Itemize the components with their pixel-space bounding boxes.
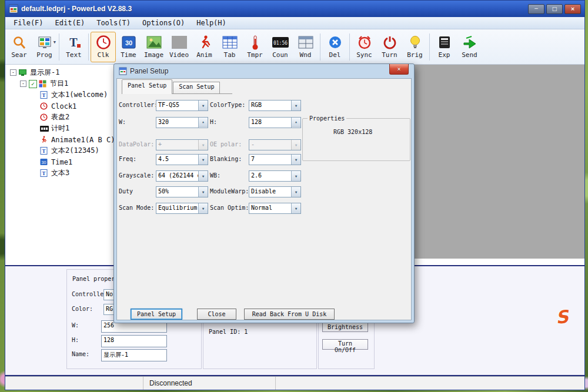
toolbar-text-button[interactable]: TText — [61, 32, 86, 62]
panel-setup-dialog: Panel Setup × Panel SetupScan Setup Cont… — [113, 63, 415, 323]
field-label-colortype: ColorType: — [210, 102, 245, 108]
toolbar-tmpr-button[interactable]: Tmpr — [242, 32, 268, 62]
field-label-grayscale: Grayscale: — [119, 172, 154, 179]
toolbar-turn-button[interactable]: Turn — [377, 32, 402, 62]
tab-scansetup[interactable]: Scan Setup — [173, 82, 220, 93]
toolbar-coun-button[interactable]: 01:56Coun — [268, 32, 293, 62]
field-oepolar: -▼ — [249, 139, 301, 150]
combo-dropdown-button[interactable]: ▼ — [291, 171, 300, 181]
tree-checkbox[interactable]: ✓ — [29, 80, 37, 88]
toolbar-time-button[interactable]: 30Time — [116, 32, 141, 62]
panelsetup-button[interactable]: Panel Setup — [131, 309, 182, 320]
panel-properties-group-label: Panel propert — [72, 276, 118, 282]
window-icon — [298, 34, 313, 51]
status-cell-empty — [5, 377, 143, 390]
spin-up-button[interactable]: ▲ — [292, 118, 300, 127]
tree-item-2[interactable]: 表盘2 — [5, 112, 114, 123]
combo-dropdown-button[interactable]: ▼ — [198, 100, 208, 110]
toolbar-separator — [349, 33, 350, 61]
status-bar: Disconnected — [5, 376, 584, 390]
close-button[interactable]: × — [564, 4, 581, 14]
dialog-close-button[interactable]: × — [389, 64, 409, 75]
field-duty[interactable]: 50%▼ — [156, 186, 208, 197]
spin-down-button[interactable]: ▼ — [292, 127, 300, 128]
tree-item-animate1abc[interactable]: Animate1(A B C) — [5, 134, 114, 145]
maximize-button[interactable]: □ — [546, 4, 563, 14]
readbackfromudisk-button[interactable]: Read Back From U Disk — [244, 309, 335, 320]
field-blanking[interactable]: 7▼ — [249, 154, 301, 165]
minimize-button[interactable]: ─ — [528, 4, 544, 14]
combo-dropdown-button[interactable]: ▼ — [198, 187, 208, 197]
combo-dropdown-button[interactable]: ▼ — [291, 155, 300, 165]
menu-help[interactable]: Help(H) — [191, 18, 232, 28]
menu-options[interactable]: Options(O) — [136, 18, 191, 28]
tree-expander[interactable]: - — [10, 69, 16, 76]
spin-up-button[interactable]: ▲ — [199, 118, 208, 127]
field-label-duty: Duty — [119, 188, 133, 195]
field-label-w: W: — [119, 119, 126, 125]
panel-name-input[interactable]: 显示屏-1 — [101, 349, 167, 361]
field-freq[interactable]: 4.5▼ — [156, 154, 208, 165]
field-scanoptim[interactable]: Normal▼ — [249, 203, 301, 214]
field-w[interactable]: 320▲▼ — [156, 117, 208, 128]
toolbar-send-button[interactable]: Send — [457, 32, 482, 62]
combo-dropdown-button[interactable]: ▼ — [198, 155, 208, 165]
close-button[interactable]: Close — [197, 309, 236, 320]
field-oepolar-value: - — [251, 141, 255, 148]
tree-item-1welcome[interactable]: T文本1(welcome) — [5, 89, 114, 100]
tree-item-3[interactable]: T文本3 — [5, 167, 114, 179]
panel-id-label: Panel ID: 1 — [209, 329, 248, 335]
titlebar[interactable]: default.ledprj - PowerLed V2.88.3 ─ □ × — [5, 1, 584, 17]
toolbar-exp-button[interactable]: Exp — [432, 32, 457, 62]
panel-h-input[interactable]: 128 — [101, 335, 167, 347]
tree-item-label: 文本2(12345) — [51, 146, 99, 156]
toolbar-button-label: Time — [121, 51, 136, 59]
tree-item-1[interactable]: -显示屏-1 — [5, 67, 114, 78]
combo-dropdown-button[interactable]: ▼ — [198, 171, 208, 181]
tree-item-1[interactable]: -✓节目1 — [5, 78, 114, 89]
combo-dropdown-button[interactable]: ▼ — [291, 100, 300, 110]
tree-item-clock1[interactable]: Clock1 — [5, 100, 114, 112]
menu-file[interactable]: File(F) — [8, 18, 49, 28]
toolbar-tab-button[interactable]: Tab — [217, 32, 242, 62]
textdoc-icon: T — [40, 147, 49, 155]
tree-expander[interactable]: - — [20, 81, 26, 87]
prog-icon — [38, 34, 52, 51]
toolbar-sync-button[interactable]: Sync — [352, 32, 377, 62]
combo-dropdown-button[interactable]: ▼ — [291, 203, 300, 213]
field-controller[interactable]: TF-QS5▼ — [156, 100, 208, 111]
text-icon: T — [67, 34, 81, 51]
menu-edit[interactable]: Edit(E) — [49, 18, 91, 28]
tab-panelsetup[interactable]: Panel Setup — [122, 79, 172, 94]
combo-dropdown-button[interactable]: ▼ — [198, 203, 208, 213]
field-colortype[interactable]: RGB▼ — [249, 100, 301, 111]
toolbar-wnd-button[interactable]: Wnd — [293, 32, 318, 62]
field-label-wb: WB: — [210, 172, 220, 179]
toolbar-video-button[interactable]: Video — [166, 32, 192, 62]
toolbar-sear-button[interactable]: Sear — [6, 32, 32, 62]
toolbar-image-button[interactable]: Image — [141, 32, 166, 62]
toolbar-anim-button[interactable]: Anim — [192, 32, 217, 62]
toolbar-clk-button[interactable]: Clk — [91, 32, 116, 62]
field-h[interactable]: 128▲▼ — [249, 117, 301, 128]
toolbar-del-button[interactable]: Del — [322, 32, 348, 62]
toolbar-button-label: Coun — [272, 51, 288, 59]
dialog-titlebar[interactable]: Panel Setup × — [114, 64, 414, 78]
tree-item-time1[interactable]: 30Time1 — [5, 156, 114, 167]
tree-item-212345[interactable]: T文本2(12345) — [5, 145, 114, 156]
field-grayscale-value: 64 (262144 co — [158, 172, 204, 179]
field-grayscale[interactable]: 64 (262144 co▼ — [156, 170, 208, 182]
alarm-icon — [357, 34, 372, 51]
menu-tools[interactable]: Tools(T) — [91, 18, 136, 28]
field-scanmode[interactable]: Equilibrium 1▼ — [156, 203, 208, 214]
tree-item-1[interactable]: 计时1 — [5, 123, 114, 134]
app-icon — [9, 4, 18, 14]
field-modulewarp[interactable]: Disable▼ — [249, 186, 301, 197]
toolbar-brig-button[interactable]: Brig — [402, 32, 427, 62]
toolbar-prog-button[interactable]: ▼Prog — [32, 32, 57, 62]
spin-down-button[interactable]: ▼ — [199, 127, 208, 128]
panel-controller-combo-value: No — [106, 291, 113, 297]
field-wb[interactable]: 2.6▼ — [249, 170, 301, 182]
combo-dropdown-button[interactable]: ▼ — [291, 187, 300, 197]
turn-onoff-button[interactable]: Turn On/Off — [322, 339, 368, 350]
